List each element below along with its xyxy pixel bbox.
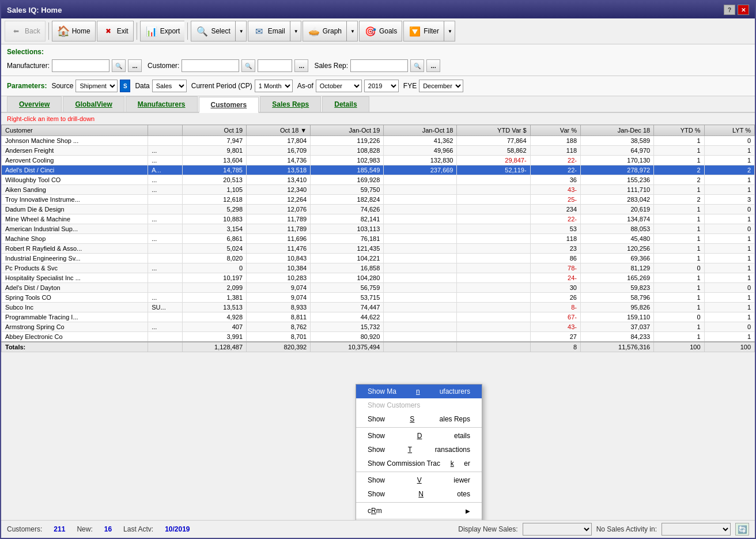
customer-name: Hospitality Specialist Inc ... bbox=[2, 273, 148, 283]
table-row[interactable]: Spring Tools CO ... 1,381 9,074 53,715 2… bbox=[2, 293, 755, 303]
filter-dropdown-button[interactable]: ▼ bbox=[444, 21, 455, 42]
table-row[interactable]: Mine Wheel & Machine ... 10,883 11,789 8… bbox=[2, 214, 755, 224]
salesrep-input[interactable] bbox=[350, 59, 408, 72]
filter-button[interactable]: 🔽 Filter bbox=[403, 21, 444, 42]
jan-dec18-val: 283,042 bbox=[581, 195, 654, 205]
context-menu-item-crm[interactable]: cRm ▶ bbox=[356, 504, 482, 518]
asof-label: As-of bbox=[297, 82, 313, 90]
oct18-val: 11,789 bbox=[247, 214, 311, 224]
filter-btn-group: 🔽 Filter ▼ bbox=[403, 21, 455, 42]
table-row[interactable]: Programmable Tracing I... 4,928 8,811 44… bbox=[2, 312, 755, 322]
jan-oct18-val bbox=[384, 263, 457, 273]
customer-search-button[interactable]: 🔍 bbox=[241, 59, 255, 72]
salesrep-search-button[interactable]: 🔍 bbox=[410, 59, 424, 72]
table-row[interactable]: Industrial Engineering Sv... 8,020 10,84… bbox=[2, 254, 755, 263]
salesrep-dots-button[interactable]: ... bbox=[426, 59, 440, 72]
customer-name: Adel's Dist / Cinci bbox=[2, 165, 148, 175]
customer-input-2[interactable] bbox=[258, 59, 292, 72]
ytd-pct-val: 1 bbox=[654, 293, 704, 303]
context-menu-item-show-manufacturers[interactable]: Show Manufacturers bbox=[356, 385, 482, 398]
customer-dots-button[interactable]: ... bbox=[294, 59, 308, 72]
oct18-val: 12,340 bbox=[247, 185, 311, 195]
table-row[interactable]: Pc Products & Svc ... 0 10,384 16,858 78… bbox=[2, 263, 755, 273]
display-new-select[interactable] bbox=[523, 523, 592, 536]
table-row[interactable]: Hospitality Specialist Inc ... 10,197 10… bbox=[2, 273, 755, 283]
tab-details[interactable]: Details bbox=[322, 96, 369, 112]
jan-dec18-val: 95,826 bbox=[581, 303, 654, 312]
selections-bar: Selections: Manufacturer: 🔍 ... Customer… bbox=[1, 44, 755, 76]
lastactv-value[interactable]: 10/2019 bbox=[165, 525, 190, 533]
ytd-var-val bbox=[457, 254, 530, 263]
manufacturer-input[interactable] bbox=[52, 59, 109, 72]
tab-overview[interactable]: Overview bbox=[7, 96, 62, 112]
home-button[interactable]: 🏠 Home bbox=[52, 21, 96, 42]
data-select[interactable]: Sales Margin Units bbox=[152, 80, 187, 92]
refresh-button[interactable]: 🔄 bbox=[735, 523, 749, 536]
no-activity-select[interactable] bbox=[662, 523, 731, 536]
email-dropdown-button[interactable]: ▼ bbox=[290, 21, 301, 42]
oct19-val: 7,947 bbox=[182, 136, 246, 146]
table-row[interactable]: Adel's Dist / Dayton 2,099 9,074 56,759 … bbox=[2, 283, 755, 293]
email-button[interactable]: ✉ Email bbox=[248, 21, 290, 42]
table-row[interactable]: American Industrial Sup... 3,154 11,789 … bbox=[2, 224, 755, 234]
context-menu-item-show-notes[interactable]: Show Notes bbox=[356, 487, 482, 501]
jan-oct18-val bbox=[384, 185, 457, 195]
table-row[interactable]: Armstrong Spring Co ... 407 8,762 15,732… bbox=[2, 322, 755, 332]
totals-oct18: 820,392 bbox=[247, 342, 311, 352]
table-row[interactable]: Adel's Dist / Cinci A... 14,785 13,518 1… bbox=[2, 165, 755, 175]
period-select[interactable]: 1 Month 3 Month 6 Month YTD bbox=[255, 80, 293, 92]
asof-select[interactable]: JanuaryFebruaryMarchApril MayJuneJulyAug… bbox=[316, 80, 362, 92]
table-row[interactable]: Machine Shop ... 6,861 11,696 76,181 118… bbox=[2, 234, 755, 244]
ytd-var-val: 29,847- bbox=[457, 156, 530, 165]
table-row[interactable]: Andersen Freight ... 9,801 16,709 108,82… bbox=[2, 146, 755, 156]
exit-button[interactable]: ✖ Exit bbox=[97, 21, 134, 42]
table-row[interactable]: Aerovent Cooling ... 13,604 14,736 102,9… bbox=[2, 156, 755, 165]
table-row[interactable]: Troy Innovative Instrume... 12,618 12,26… bbox=[2, 195, 755, 205]
lyt-pct-val: 1 bbox=[704, 263, 754, 273]
year-select[interactable]: 2017201820192020 bbox=[364, 80, 399, 92]
context-menu-item-show-customers[interactable]: Show Customers bbox=[356, 398, 482, 412]
oct18-val: 8,701 bbox=[247, 332, 311, 342]
goals-button[interactable]: 🎯 Goals bbox=[359, 21, 402, 42]
tab-globalview[interactable]: GlobalView bbox=[63, 96, 124, 112]
table-row[interactable]: Johnson Machine Shop ... 7,947 17,804 11… bbox=[2, 136, 755, 146]
table-row[interactable]: Aiken Sanding ... 1,105 12,340 59,750 43… bbox=[2, 185, 755, 195]
select-button[interactable]: 🔍 Select bbox=[191, 21, 235, 42]
tab-salesreps[interactable]: Sales Reps bbox=[260, 96, 321, 112]
customer-input[interactable] bbox=[182, 59, 239, 72]
fye-select[interactable]: JanuaryDecember bbox=[419, 80, 463, 92]
help-button[interactable]: ? bbox=[724, 5, 735, 15]
tab-manufacturers[interactable]: Manufacturers bbox=[126, 96, 198, 112]
context-menu-item-show-salesreps[interactable]: Show Sales Reps bbox=[356, 412, 482, 426]
graph-dropdown-button[interactable]: ▼ bbox=[346, 21, 358, 42]
source-s-button[interactable]: S bbox=[120, 80, 130, 92]
export-button[interactable]: 📊 Export bbox=[140, 21, 185, 42]
toolbar: ⬅ Back 🏠 Home ✖ Exit 📊 Export 🔍 Select bbox=[1, 18, 755, 44]
source-select[interactable]: Shipment Order Invoice bbox=[75, 80, 118, 92]
new-count[interactable]: 16 bbox=[104, 525, 112, 533]
ytd-var-val: 77,864 bbox=[457, 136, 530, 146]
oct18-val: 9,074 bbox=[247, 283, 311, 293]
back-button[interactable]: ⬅ Back bbox=[5, 21, 46, 42]
select-dropdown-button[interactable]: ▼ bbox=[235, 21, 247, 42]
table-row[interactable]: Subco Inc SU... 13,513 8,933 74,447 8- 9… bbox=[2, 303, 755, 312]
jan-oct18-val bbox=[384, 234, 457, 244]
jan-dec18-val: 58,796 bbox=[581, 293, 654, 303]
manufacturer-search-button[interactable]: 🔍 bbox=[112, 59, 126, 72]
table-row[interactable]: Robert R Rayfield & Asso... 5,024 11,476… bbox=[2, 244, 755, 254]
table-row[interactable]: Willoughby Tool CO ... 20,513 13,410 169… bbox=[2, 175, 755, 185]
customers-count[interactable]: 211 bbox=[54, 525, 65, 533]
close-button[interactable]: ✕ bbox=[738, 5, 749, 15]
context-menu-item-show-transactions[interactable]: Show Transactions bbox=[356, 443, 482, 457]
table-row[interactable]: Abbey Electronic Co 3,991 8,701 80,920 2… bbox=[2, 332, 755, 342]
totals-ytd-var bbox=[457, 342, 530, 352]
table-container[interactable]: Customer Oct 19 Oct 18 ▼ Jan-Oct 19 Jan-… bbox=[1, 125, 755, 520]
context-menu-item-show-details[interactable]: Show Details bbox=[356, 429, 482, 443]
tab-customers[interactable]: Customers bbox=[199, 97, 259, 113]
context-menu-item-show-viewer[interactable]: Show Viewer bbox=[356, 473, 482, 487]
table-row[interactable]: Dadum Die & Design 5,298 12,076 74,626 2… bbox=[2, 205, 755, 214]
manufacturer-dots-button[interactable]: ... bbox=[128, 59, 142, 72]
context-menu-item-show-commission[interactable]: Show Commission Tracker bbox=[356, 457, 482, 470]
ytd-var-val bbox=[457, 312, 530, 322]
graph-button[interactable]: 🥧 Graph bbox=[303, 21, 346, 42]
